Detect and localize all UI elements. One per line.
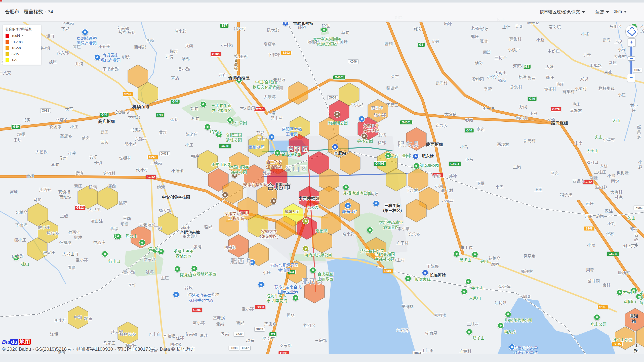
menu-运营[interactable]: 运营	[595, 9, 609, 15]
page-bottom-strip	[0, 354, 644, 362]
map-label: 西盘石	[573, 178, 585, 184]
map-label: 紫微洞	[639, 290, 643, 305]
map-label: 行山口	[108, 259, 120, 264]
map-label: 王书房郢	[103, 67, 119, 72]
map-label: 双庙	[258, 136, 266, 141]
map-label: 曹郢	[236, 321, 244, 326]
map-label: 新光村	[524, 138, 536, 143]
map-label: 小庄	[70, 124, 78, 129]
legend-label: 16~50	[12, 46, 21, 50]
road-shield: G40	[528, 97, 537, 101]
park-pin-icon	[466, 329, 472, 335]
park-pin-icon	[497, 322, 504, 329]
park-pin-icon	[616, 289, 623, 296]
map-label: 中安创谷科技园	[162, 195, 190, 200]
map-label: 安徽新华学院	[243, 182, 267, 187]
map-label: 茨山	[627, 216, 635, 221]
map-label: 万纬合肥经开区 物流园	[270, 263, 298, 273]
blue-pin-icon	[345, 202, 351, 209]
map-label: 毛庄	[556, 82, 564, 87]
map-label: 合肥三国 遗址公园	[226, 133, 242, 143]
map-label: 安徽文达信息 工程学院	[224, 211, 249, 221]
map-label: 小杨户	[508, 48, 520, 53]
map-label: 学林公园	[357, 139, 373, 144]
caret-down-icon	[606, 11, 609, 13]
map-label: 陶冲湖公园	[328, 121, 348, 126]
map-label: 鸡鸣山	[210, 129, 222, 134]
zoom-out-button[interactable]: −	[627, 74, 635, 82]
map-label: 众兴乡	[435, 123, 448, 128]
map-label: 塘西河沙滩公园	[304, 252, 332, 257]
map-label: 孙滩	[518, 74, 527, 79]
map-label: 大刘郢	[240, 106, 252, 111]
map-label: 西坝塘	[59, 195, 71, 200]
map-label: 何大郢	[12, 254, 24, 259]
map-label: 童小郢	[76, 258, 88, 263]
blue-pin-icon	[173, 291, 179, 298]
road-shield: G312	[74, 205, 85, 210]
blue-pin-icon	[258, 281, 264, 288]
metro-pin-icon	[332, 144, 338, 150]
map-label: 书房郢	[130, 128, 142, 133]
map-label: 大高村	[614, 54, 626, 59]
map-label: 大松棵	[35, 150, 48, 155]
map-label: 余小郢	[342, 232, 354, 237]
map-label: 义兴	[431, 39, 439, 44]
map-label: 寿县蜀山 现代产业园	[101, 53, 121, 63]
map-label: 中郢	[74, 315, 82, 320]
map-label: 马郢	[127, 30, 135, 35]
map-label: 毛庄	[572, 102, 580, 107]
map-label: 魏庄	[49, 59, 57, 64]
map-label: 李大郢	[351, 103, 363, 108]
pan-control[interactable]	[625, 25, 638, 38]
map-label: 皮杨	[547, 117, 555, 122]
map-label: 程家庄	[43, 250, 55, 255]
olive-pin-icon	[302, 218, 309, 224]
map-label: 肥东站	[422, 154, 434, 159]
map-label: 庞岗	[476, 127, 485, 132]
road-shield: S315	[612, 342, 623, 346]
map-label: 施集村	[562, 89, 575, 94]
map-label: 下圩村	[406, 188, 418, 193]
map-label: 陆家洼	[144, 257, 156, 262]
map-label: 稍子洼	[560, 192, 572, 197]
legend-label: 51~100	[12, 40, 23, 44]
map-label: 欢团墩	[49, 124, 61, 129]
map-label: 葛小郢	[193, 321, 205, 326]
map-label: 长临古镇	[415, 277, 431, 282]
menu-2km[interactable]: 2km	[614, 9, 627, 14]
map-label: 红石湾	[396, 328, 409, 333]
zoom-slider-handle[interactable]	[628, 56, 635, 61]
map-label: 周华	[287, 313, 295, 318]
map-label: 双庙	[84, 316, 92, 321]
map-label: 颜桥	[491, 262, 499, 267]
map-label: 黄圩	[159, 130, 167, 135]
brown-pin-icon	[334, 111, 340, 118]
map-label: 包河牛角大 圩-四季花海	[266, 293, 287, 303]
menu-公共快充[interactable]: 公共快充	[563, 9, 585, 15]
map-label: 新庄	[100, 129, 108, 134]
map-label: 小周	[435, 184, 443, 189]
map-label: 太子山	[586, 148, 598, 153]
legend-swatch-icon	[6, 46, 9, 50]
map-label: 陇西枢纽	[426, 142, 443, 147]
map-label: 代圩村	[136, 167, 148, 172]
legend-item: 100以上	[6, 33, 39, 39]
map-label: 大梅村	[610, 190, 622, 195]
map-label: 小刘	[607, 221, 615, 226]
map-label: 下书冲	[268, 52, 280, 57]
map-label: 赤杨村	[570, 108, 582, 113]
road-shield: X006	[348, 59, 358, 64]
map-label: 塘东	[246, 338, 254, 343]
map-label: 吴巷	[515, 24, 523, 29]
road-shield: X003	[634, 206, 644, 210]
map-label: 蔡田埠	[371, 106, 383, 111]
map-label: 双塘拐	[58, 190, 70, 195]
map-label: 施集村	[510, 85, 522, 90]
map-label: 新庄	[182, 225, 190, 230]
map-label: 王坊	[14, 138, 22, 143]
zoom-in-button[interactable]: +	[628, 38, 636, 47]
road-shield: G40	[171, 99, 180, 104]
map-label: 龟山公园	[591, 322, 607, 327]
map-label: 大康郢	[264, 95, 276, 100]
